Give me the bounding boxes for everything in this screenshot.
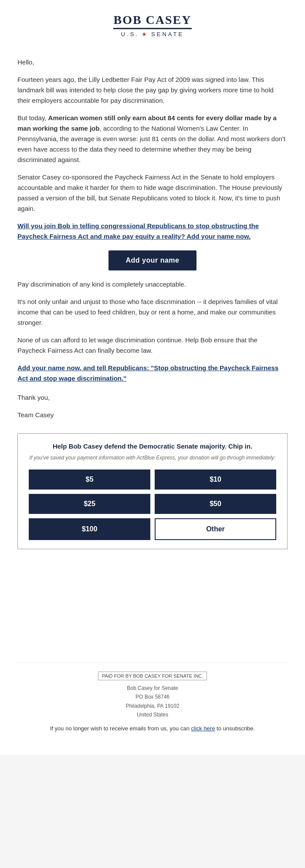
- logo-star: ★: [142, 31, 149, 37]
- donation-button-50[interactable]: $50: [155, 494, 276, 514]
- paragraph-2: But today, American women still only ear…: [17, 113, 288, 165]
- closing-1: Thank you,: [17, 392, 288, 403]
- paragraph-1: Fourteen years ago, the Lilly Ledbetter …: [17, 74, 288, 106]
- email-footer: PAID FOR BY BOB CASEY FOR SENATE INC. Bo…: [17, 662, 288, 742]
- logo-name: BOB CASEY: [113, 13, 191, 29]
- paragraph-5: It's not only unfair and unjust to those…: [17, 297, 288, 328]
- paragraph-2-prefix: But today,: [17, 114, 48, 122]
- donation-button-100[interactable]: $100: [29, 518, 150, 540]
- paid-for-text: PAID FOR BY BOB CASEY FOR SENATE INC.: [98, 672, 207, 680]
- logo-subtitle-right: SENATE: [151, 31, 184, 37]
- logo-subtitle: U.S. ★ SENATE: [17, 31, 288, 37]
- closing-2: Team Casey: [17, 410, 288, 420]
- cta-link-1[interactable]: Will you join Bob in telling congression…: [17, 222, 259, 240]
- donation-button-other[interactable]: Other: [155, 518, 276, 540]
- footer-spacer: [17, 567, 288, 654]
- footer-address: Bob Casey for Senate PO Box 58746 Philad…: [17, 684, 288, 719]
- donation-button-25[interactable]: $25: [29, 494, 150, 514]
- donation-button-5[interactable]: $5: [29, 469, 150, 490]
- cta-button-container: Add your name: [17, 250, 288, 270]
- donation-grid: $5 $10 $25 $50 $100 Other: [29, 469, 276, 540]
- donation-title: Help Bob Casey defend the Democratic Sen…: [29, 442, 276, 450]
- email-container: BOB CASEY U.S. ★ SENATE Hello, Fourteen …: [0, 0, 305, 755]
- paragraph-3: Senator Casey co-sponsored the Paycheck …: [17, 172, 288, 214]
- add-your-name-button[interactable]: Add your name: [108, 250, 197, 270]
- address-line-2: PO Box 58746: [17, 692, 288, 701]
- donation-box: Help Bob Casey defend the Democratic Sen…: [17, 433, 288, 549]
- donation-button-10[interactable]: $10: [155, 469, 276, 490]
- address-line-1: Bob Casey for Senate: [17, 684, 288, 692]
- unsubscribe-link[interactable]: click here: [191, 725, 215, 732]
- greeting: Hello,: [17, 57, 288, 68]
- logo-subtitle-left: U.S.: [121, 31, 139, 37]
- donation-subtitle: If you've saved your payment information…: [29, 454, 276, 462]
- paragraph-6: None of us can afford to let wage discri…: [17, 335, 288, 356]
- cta-link-1-container: Will you join Bob in telling congression…: [17, 221, 288, 242]
- address-line-3: Philadelphia, PA 19102: [17, 702, 288, 710]
- paragraph-4: Pay discrimination of any kind is comple…: [17, 279, 288, 290]
- address-line-4: United States: [17, 710, 288, 719]
- cta-link-2-container: Add your name now, and tell Republicans:…: [17, 363, 288, 384]
- unsubscribe-text: If you no longer wish to receive emails …: [17, 724, 288, 733]
- email-header: BOB CASEY U.S. ★ SENATE: [17, 13, 288, 44]
- cta-link-2[interactable]: Add your name now, and tell Republicans:…: [17, 364, 278, 382]
